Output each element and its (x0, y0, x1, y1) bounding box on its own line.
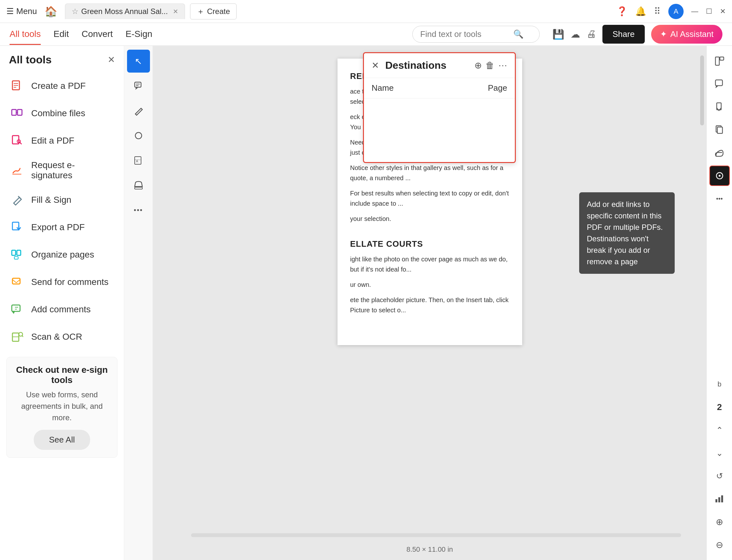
doc-para-6: your selection. (350, 214, 509, 224)
doc-para-7: ight like the photo on the cover page as… (350, 254, 509, 274)
doc-para-8: ur own. (350, 280, 509, 290)
sidebar-title: All tools (9, 53, 52, 66)
right-comments-button[interactable] (709, 74, 730, 94)
share-button[interactable]: Share (602, 25, 645, 44)
sidebar-item-export[interactable]: Export a PDF (0, 214, 124, 241)
doc-para-9: ete the placeholder picture. Then, on th… (350, 295, 509, 315)
zoom-in-button[interactable]: ⊕ (709, 512, 730, 532)
vertical-scrollbar[interactable] (700, 55, 704, 125)
doc-para-4: Notice other styles in that gallery as w… (350, 163, 509, 183)
stats-button[interactable] (709, 489, 730, 509)
doc-para-5: For best results when selecting text to … (350, 188, 509, 209)
create-button[interactable]: ＋ Create (190, 4, 237, 19)
draw-tool-button[interactable] (127, 99, 150, 122)
right-attachments-button[interactable] (709, 143, 730, 163)
maximize-button[interactable]: ☐ (706, 7, 712, 16)
sidebar-item-send-comments-label: Send for comments (31, 277, 109, 287)
home-button[interactable]: 🏠 (42, 3, 60, 20)
sidebar-item-add-comments[interactable]: Add comments (0, 296, 124, 323)
help-icon[interactable]: ❓ (616, 6, 628, 17)
search-icon: 🔍 (513, 29, 523, 39)
plus-icon: ＋ (197, 6, 204, 17)
destinations-body (364, 98, 515, 162)
destinations-add-button[interactable]: ⊕ (474, 60, 482, 71)
comment-tool-button[interactable] (127, 74, 150, 97)
sidebar-item-add-comments-label: Add comments (31, 304, 91, 315)
notification-icon[interactable]: 🔔 (635, 6, 646, 17)
destinations-tooltip: Add or edit links to specific content in… (579, 192, 675, 274)
horizontal-scrollbar[interactable] (191, 533, 681, 537)
svg-rect-37 (715, 80, 722, 86)
menubar-item-all-tools[interactable]: All tools (10, 26, 41, 42)
sidebar-item-scan-ocr-label: Scan & OCR (31, 332, 82, 342)
menubar-item-convert[interactable]: Convert (82, 26, 113, 42)
svg-rect-45 (718, 497, 720, 502)
menubar-item-esign[interactable]: E-Sign (125, 26, 152, 42)
right-panel1-button[interactable] (709, 51, 730, 71)
ai-assistant-button[interactable]: ✦ AI Assistant (651, 25, 722, 44)
scan-ocr-icon (9, 329, 25, 345)
svg-rect-4 (12, 110, 16, 115)
hamburger-icon: ☰ (6, 6, 14, 16)
print-icon[interactable]: 🖨 (586, 29, 596, 39)
menubar-item-edit[interactable]: Edit (53, 26, 69, 42)
svg-text:A: A (136, 159, 138, 163)
main-layout: All tools ✕ Create a PDF Combine files E… (0, 46, 732, 560)
save-icon[interactable]: 💾 (552, 29, 564, 40)
send-comments-icon (9, 274, 25, 290)
promo-desc: Use web forms, send agreements in bulk, … (14, 389, 110, 423)
page-down-button[interactable]: ⌄ (709, 443, 730, 463)
destinations-col-name: Name (372, 83, 488, 93)
destinations-close-button[interactable]: ✕ (372, 60, 379, 71)
destinations-more-button[interactable]: ⋯ (498, 60, 507, 71)
document-area: REME COURT ace the placeholder text on t… (153, 46, 707, 560)
sidebar-item-esign[interactable]: Request e-signatures (0, 154, 124, 186)
menu-button[interactable]: ☰ Menu (6, 6, 37, 16)
sidebar-item-create-pdf[interactable]: Create a PDF (0, 72, 124, 100)
rotate-button[interactable]: ↺ (709, 466, 730, 486)
destinations-panel: ✕ Destinations ⊕ 🗑 ⋯ Name Page (363, 52, 516, 163)
sidebar-item-combine[interactable]: Combine files (0, 100, 124, 127)
page-label: b (709, 374, 730, 394)
sidebar-promo: Check out new e-sign tools Use web forms… (6, 357, 117, 458)
shape-tool-button[interactable] (127, 124, 150, 147)
svg-rect-26 (135, 82, 141, 87)
organize-icon (9, 247, 25, 263)
minimize-button[interactable]: — (691, 7, 698, 16)
search-input[interactable] (420, 29, 509, 39)
sidebar-item-organize[interactable]: Organize pages (0, 241, 124, 268)
select-tool-button[interactable]: ↖ (127, 50, 150, 73)
svg-rect-34 (135, 187, 142, 189)
text-select-tool-button[interactable]: A (127, 149, 150, 172)
destinations-delete-button[interactable]: 🗑 (486, 60, 494, 71)
right-sidebar: ••• b 2 ⌃ ⌄ ↺ ⊕ ⊖ (707, 46, 732, 560)
stamp-tool-button[interactable] (127, 174, 150, 197)
right-pages-button[interactable] (709, 120, 730, 140)
export-icon (9, 219, 25, 235)
apps-icon[interactable]: ⠿ (654, 6, 661, 17)
svg-line-25 (22, 336, 23, 337)
left-sidebar: All tools ✕ Create a PDF Combine files E… (0, 46, 124, 560)
destinations-header: ✕ Destinations ⊕ 🗑 ⋯ (364, 53, 515, 78)
sidebar-item-edit[interactable]: Edit a PDF (0, 127, 124, 154)
more-tools-button[interactable]: ••• (127, 199, 150, 222)
document-tab[interactable]: ☆ Green Moss Annual Sal... ✕ (65, 4, 185, 19)
right-more-button[interactable]: ••• (709, 188, 730, 209)
upload-icon[interactable]: ☁ (571, 29, 580, 40)
titlebar: ☰ Menu 🏠 ☆ Green Moss Annual Sal... ✕ ＋ … (0, 0, 732, 23)
zoom-out-button[interactable]: ⊖ (709, 535, 730, 555)
close-button[interactable]: ✕ (720, 7, 726, 16)
user-avatar[interactable]: A (668, 4, 684, 19)
sidebar-item-fill-sign[interactable]: Fill & Sign (0, 186, 124, 214)
search-bar[interactable]: 🔍 (412, 26, 540, 43)
sidebar-close-button[interactable]: ✕ (108, 54, 115, 65)
sidebar-item-send-comments[interactable]: Send for comments (0, 268, 124, 296)
page-up-button[interactable]: ⌃ (709, 420, 730, 440)
right-destinations-button[interactable] (709, 166, 730, 186)
tab-close-button[interactable]: ✕ (173, 8, 178, 15)
svg-rect-16 (14, 257, 18, 259)
right-bookmarks-button[interactable] (709, 97, 730, 117)
sidebar-item-scan-ocr[interactable]: Scan & OCR (0, 323, 124, 351)
sidebar-item-create-pdf-label: Create a PDF (31, 81, 86, 91)
see-all-button[interactable]: See All (34, 430, 90, 450)
